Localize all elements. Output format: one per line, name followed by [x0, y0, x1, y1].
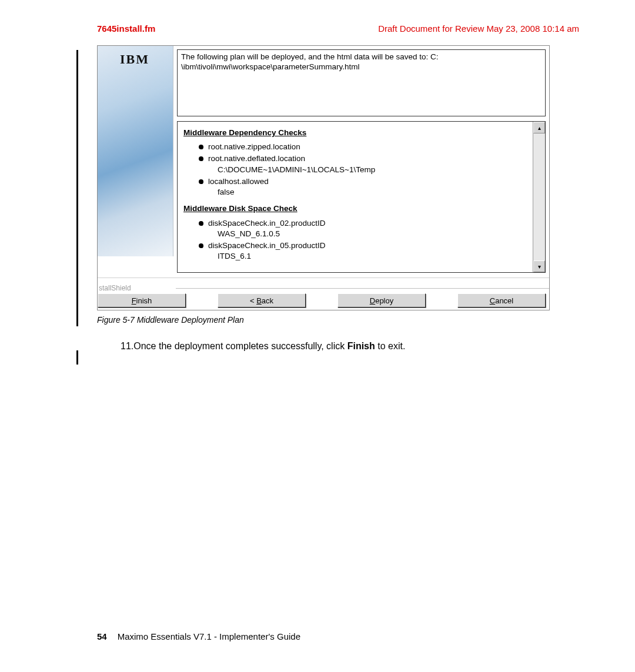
installer-bottom-bar: stallShield Finish < Back Deploy Cancel — [98, 278, 549, 310]
figure-caption: Figure 5-7 Middleware Deployment Plan — [97, 315, 579, 325]
header-draft-stamp: Draft Document for Review May 23, 2008 1… — [378, 24, 579, 34]
installer-side-panel: IBM — [98, 46, 173, 256]
checks-panel: Middleware Dependency Checks root.native… — [177, 121, 546, 273]
scroll-down-button[interactable]: ▾ — [533, 260, 545, 272]
step-text: to exit. — [375, 341, 406, 351]
document-page: 7645install.fm Draft Document for Review… — [0, 0, 635, 672]
scroll-up-button[interactable]: ▴ — [533, 122, 545, 133]
plan-text-line: \ibm\tivoli\mwi\workspace\parameterSumma… — [181, 62, 542, 72]
ibm-logo: IBM — [120, 52, 149, 67]
list-item: diskSpaceCheck.in_05.productID ITDS_6.1 — [199, 240, 529, 262]
back-button[interactable]: < Back — [218, 293, 306, 307]
section-heading-dependency: Middleware Dependency Checks — [183, 128, 529, 138]
list-item: diskSpaceCheck.in_02.productID WAS_ND_6.… — [199, 218, 529, 239]
installshield-label: stallShield — [99, 284, 131, 292]
deploy-button[interactable]: Deploy — [337, 293, 426, 307]
diskspace-list: diskSpaceCheck.in_02.productID WAS_ND_6.… — [199, 218, 529, 262]
finish-button[interactable]: Finish — [98, 293, 186, 307]
divider — [176, 288, 549, 289]
plan-text-line: The following plan will be deployed, and… — [181, 52, 542, 62]
numbered-step: 11.Once the deployment completes success… — [121, 341, 579, 352]
footer-title: Maximo Essentials V7.1 - Implementer's G… — [118, 631, 300, 641]
page-number: 54 — [97, 631, 107, 641]
installer-screenshot: IBM The following plan will be deployed,… — [97, 45, 550, 310]
list-item: root.native.zipped.location — [199, 142, 529, 152]
section-heading-diskspace: Middleware Disk Space Check — [183, 203, 529, 214]
header-filename: 7645install.fm — [97, 24, 155, 34]
list-item: localhost.allowed false — [199, 176, 529, 198]
step-text: Once the deployment completes successful… — [133, 341, 347, 351]
step-bold: Finish — [347, 341, 375, 351]
step-number: 11. — [121, 341, 133, 351]
scrollbar[interactable]: ▴ ▾ — [533, 122, 545, 272]
page-footer: 54Maximo Essentials V7.1 - Implementer's… — [97, 631, 300, 641]
cancel-button[interactable]: Cancel — [457, 293, 546, 307]
change-bar — [76, 50, 78, 326]
change-bar — [76, 350, 78, 365]
deployment-plan-summary: The following plan will be deployed, and… — [177, 49, 546, 116]
page-header: 7645install.fm Draft Document for Review… — [97, 24, 579, 34]
dependency-list: root.native.zipped.location root.native.… — [199, 142, 529, 198]
installer-main-area: The following plan will be deployed, and… — [173, 46, 549, 278]
list-item: root.native.deflated.location C:\DOCUME~… — [199, 153, 529, 175]
